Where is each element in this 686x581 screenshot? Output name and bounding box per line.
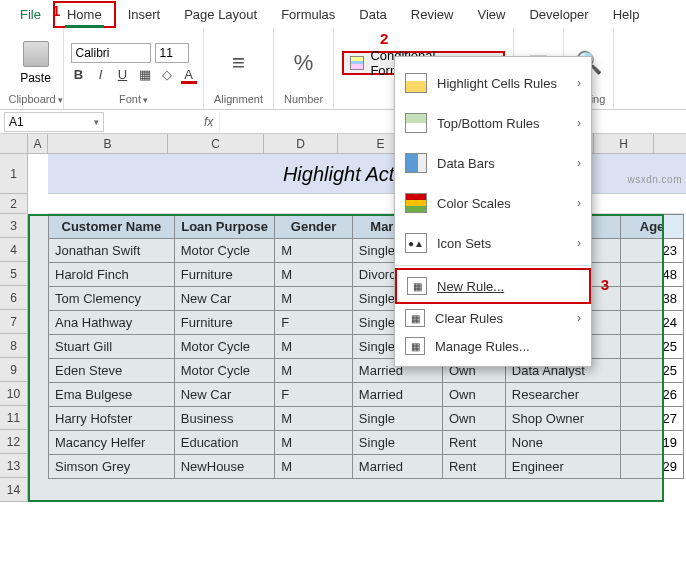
hdr-name[interactable]: Customer Name: [49, 215, 175, 239]
menu-top-bottom-rules[interactable]: Top/Bottom Rules ›: [395, 103, 591, 143]
menu-icon-sets[interactable]: ●▲ Icon Sets ›: [395, 223, 591, 263]
cell-marital[interactable]: Single: [352, 431, 442, 455]
cell-age[interactable]: 27: [621, 407, 684, 431]
row-2[interactable]: 2: [0, 194, 28, 214]
cell-gender[interactable]: M: [275, 239, 353, 263]
menu-page-layout[interactable]: Page Layout: [172, 3, 269, 26]
row-7[interactable]: 7: [0, 310, 28, 334]
cell-gender[interactable]: M: [275, 287, 353, 311]
cell-prof[interactable]: Shop Owner: [505, 407, 620, 431]
cell-marital[interactable]: Married: [352, 383, 442, 407]
cell-purpose[interactable]: Education: [174, 431, 275, 455]
cell-purpose[interactable]: NewHouse: [174, 455, 275, 479]
bold-button[interactable]: B: [71, 67, 87, 82]
alignment-icon[interactable]: ≡: [232, 50, 245, 76]
menu-home[interactable]: Home: [55, 3, 114, 26]
select-all-corner[interactable]: [0, 134, 28, 153]
menu-manage-rules[interactable]: ▦ Manage Rules...: [395, 332, 591, 360]
menu-view[interactable]: View: [465, 3, 517, 26]
table-row[interactable]: Macancy HelferEducationMSingleRentNone19: [49, 431, 684, 455]
cell-hs[interactable]: Rent: [442, 455, 505, 479]
row-8[interactable]: 8: [0, 334, 28, 358]
menu-highlight-cells-rules[interactable]: Highlight Cells Rules ›: [395, 63, 591, 103]
row-5[interactable]: 5: [0, 262, 28, 286]
col-C[interactable]: C: [168, 134, 264, 153]
cell-name[interactable]: Harry Hofster: [49, 407, 175, 431]
table-row[interactable]: Ema BulgeseNew CarFMarriedOwnResearcher2…: [49, 383, 684, 407]
row-10[interactable]: 10: [0, 382, 28, 406]
paste-icon[interactable]: [23, 41, 49, 67]
cell-purpose[interactable]: New Car: [174, 287, 275, 311]
row-13[interactable]: 13: [0, 454, 28, 478]
cell-age[interactable]: 48: [621, 263, 684, 287]
cell-age[interactable]: 23: [621, 239, 684, 263]
italic-button[interactable]: I: [93, 67, 109, 82]
cell-name[interactable]: Harold Finch: [49, 263, 175, 287]
menu-file[interactable]: File: [8, 3, 53, 26]
row-9[interactable]: 9: [0, 358, 28, 382]
cell-gender[interactable]: M: [275, 263, 353, 287]
col-D[interactable]: D: [264, 134, 338, 153]
row-4[interactable]: 4: [0, 238, 28, 262]
cell-gender[interactable]: M: [275, 431, 353, 455]
hdr-age[interactable]: Age: [621, 215, 684, 239]
cell-age[interactable]: 24: [621, 311, 684, 335]
cell-name[interactable]: Ema Bulgese: [49, 383, 175, 407]
menu-new-rule[interactable]: ▦ New Rule... 3: [395, 268, 591, 304]
cell-purpose[interactable]: Motor Cycle: [174, 239, 275, 263]
cell-age[interactable]: 38: [621, 287, 684, 311]
table-row[interactable]: Simson GreyNewHouseMMarriedRentEngineer2…: [49, 455, 684, 479]
menu-data[interactable]: Data: [347, 3, 398, 26]
border-button[interactable]: ▦: [137, 67, 153, 82]
cell-purpose[interactable]: New Car: [174, 383, 275, 407]
cell-gender[interactable]: M: [275, 455, 353, 479]
cell-name[interactable]: Tom Clemency: [49, 287, 175, 311]
row-3[interactable]: 3: [0, 214, 28, 238]
menu-review[interactable]: Review: [399, 3, 466, 26]
cell-purpose[interactable]: Business: [174, 407, 275, 431]
cell-purpose[interactable]: Furniture: [174, 311, 275, 335]
cell-prof[interactable]: Engineer: [505, 455, 620, 479]
cell-prof[interactable]: None: [505, 431, 620, 455]
row-1[interactable]: 1: [0, 154, 28, 194]
fx-icon[interactable]: fx: [204, 115, 213, 129]
cell-gender[interactable]: F: [275, 383, 353, 407]
hdr-gender[interactable]: Gender: [275, 215, 353, 239]
cell-age[interactable]: 19: [621, 431, 684, 455]
menu-developer[interactable]: Developer: [517, 3, 600, 26]
menu-help[interactable]: Help: [601, 3, 652, 26]
cell-gender[interactable]: F: [275, 311, 353, 335]
cell-age[interactable]: 29: [621, 455, 684, 479]
row-11[interactable]: 11: [0, 406, 28, 430]
name-box[interactable]: A1 ▾: [4, 112, 104, 132]
cell-hs[interactable]: Own: [442, 407, 505, 431]
cell-marital[interactable]: Single: [352, 407, 442, 431]
font-color-button[interactable]: A: [181, 67, 197, 82]
menu-color-scales[interactable]: Color Scales ›: [395, 183, 591, 223]
paste-label[interactable]: Paste: [20, 71, 51, 85]
col-A[interactable]: A: [28, 134, 48, 153]
table-row[interactable]: Harry HofsterBusinessMSingleOwnShop Owne…: [49, 407, 684, 431]
menu-clear-rules[interactable]: ▦ Clear Rules ›: [395, 304, 591, 332]
cell-age[interactable]: 26: [621, 383, 684, 407]
cell-age[interactable]: 25: [621, 335, 684, 359]
cell-hs[interactable]: Own: [442, 383, 505, 407]
font-size-select[interactable]: [155, 43, 189, 63]
underline-button[interactable]: U: [115, 67, 131, 82]
cell-age[interactable]: 25: [621, 359, 684, 383]
font-name-select[interactable]: [71, 43, 151, 63]
cell-purpose[interactable]: Motor Cycle: [174, 359, 275, 383]
cell-name[interactable]: Ana Hathway: [49, 311, 175, 335]
cell-name[interactable]: Jonathan Swift: [49, 239, 175, 263]
cell-gender[interactable]: M: [275, 359, 353, 383]
menu-formulas[interactable]: Formulas: [269, 3, 347, 26]
percent-icon[interactable]: %: [294, 50, 314, 76]
hdr-purpose[interactable]: Loan Purpose: [174, 215, 275, 239]
cell-hs[interactable]: Rent: [442, 431, 505, 455]
row-12[interactable]: 12: [0, 430, 28, 454]
col-H[interactable]: H: [594, 134, 654, 153]
name-box-dropdown-icon[interactable]: ▾: [94, 117, 99, 127]
cell-gender[interactable]: M: [275, 407, 353, 431]
menu-insert[interactable]: Insert: [116, 3, 173, 26]
cell-name[interactable]: Eden Steve: [49, 359, 175, 383]
